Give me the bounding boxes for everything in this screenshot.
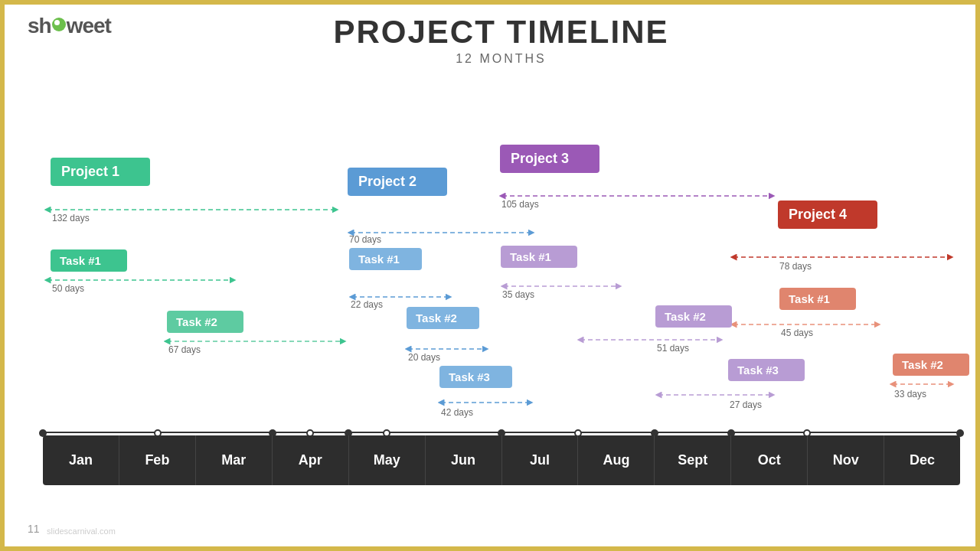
- p3-task2-box: Task #2: [655, 305, 732, 328]
- p3-task1-duration: 35 days: [502, 289, 534, 300]
- p2-task3-label: Task #3: [449, 370, 490, 383]
- month-mar: Mar: [196, 435, 273, 485]
- project-3-duration: 105 days: [501, 199, 539, 210]
- project-2-label: Project 2: [358, 174, 416, 189]
- project-2-duration: 70 days: [349, 234, 381, 245]
- p2-task2-label: Task #2: [416, 311, 457, 324]
- header: sh weet Project Timeline 12 Months: [5, 14, 975, 66]
- month-nov: Nov: [808, 435, 884, 485]
- watermark: slidescarnival.com: [47, 527, 116, 536]
- p3-task2-duration: 51 days: [657, 343, 689, 354]
- p1-task2-box: Task #2: [167, 311, 243, 333]
- month-jan: Jan: [43, 435, 119, 485]
- p1-task1-box: Task #1: [51, 249, 127, 272]
- timeline-area: Project 1 132 days Task #1 50 days Task …: [43, 96, 960, 485]
- p2-task1-box: Task #1: [349, 248, 422, 270]
- project-3-label: Project 3: [511, 151, 569, 166]
- logo-icon: [52, 18, 66, 31]
- project-1-box: Project 1: [51, 158, 150, 186]
- p2-task2-box: Task #2: [407, 307, 479, 329]
- month-aug: Aug: [578, 435, 655, 485]
- month-bar: Jan Feb Mar Apr May Jun Jul Aug Sept Oct…: [43, 435, 960, 485]
- p1-task2-duration: 67 days: [168, 344, 201, 355]
- logo-weet: weet: [67, 14, 111, 38]
- project-1-duration: 132 days: [52, 213, 90, 223]
- p4-task1-duration: 45 days: [781, 328, 813, 338]
- p2-task3-box: Task #3: [439, 366, 512, 388]
- project-4-duration: 78 days: [779, 261, 812, 272]
- p3-task3-duration: 27 days: [730, 399, 762, 410]
- project-4-label: Project 4: [789, 207, 847, 222]
- month-feb: Feb: [119, 435, 196, 485]
- subtitle: 12 Months: [333, 52, 668, 66]
- month-jun: Jun: [426, 435, 502, 485]
- p3-task3-label: Task #3: [737, 364, 779, 377]
- p4-task2-box: Task #2: [893, 354, 969, 376]
- p1-task1-duration: 50 days: [52, 283, 84, 294]
- p3-task2-label: Task #2: [665, 310, 706, 323]
- project-3-box: Project 3: [500, 145, 599, 173]
- month-oct: Oct: [731, 435, 808, 485]
- month-sept: Sept: [655, 435, 731, 485]
- p4-task1-label: Task #1: [789, 292, 830, 305]
- p4-task2-duration: 33 days: [894, 389, 926, 399]
- p3-task1-box: Task #1: [501, 246, 577, 268]
- logo-sh: sh: [28, 14, 51, 38]
- p2-task3-duration: 42 days: [441, 407, 473, 418]
- p3-task3-box: Task #3: [728, 359, 805, 381]
- main-title: Project Timeline: [333, 14, 668, 51]
- p4-task1-box: Task #1: [779, 288, 856, 310]
- page-number: 11: [28, 523, 40, 535]
- p2-task1-duration: 22 days: [351, 299, 383, 310]
- p2-task1-label: Task #1: [358, 253, 400, 266]
- project-4-box: Project 4: [778, 201, 877, 229]
- page-container: sh weet Project Timeline 12 Months: [5, 5, 975, 546]
- month-apr: Apr: [273, 435, 349, 485]
- p4-task2-label: Task #2: [902, 358, 943, 371]
- month-may: May: [349, 435, 426, 485]
- project-2-box: Project 2: [348, 168, 447, 196]
- project-1-label: Project 1: [61, 164, 119, 179]
- p2-task2-duration: 20 days: [408, 352, 440, 363]
- p1-task2-label: Task #2: [176, 315, 217, 328]
- month-jul: Jul: [502, 435, 579, 485]
- logo: sh weet: [28, 14, 111, 38]
- p1-task1-label: Task #1: [60, 254, 101, 267]
- p3-task1-label: Task #1: [510, 250, 551, 263]
- month-dec: Dec: [884, 435, 960, 485]
- title-block: Project Timeline 12 Months: [333, 14, 668, 66]
